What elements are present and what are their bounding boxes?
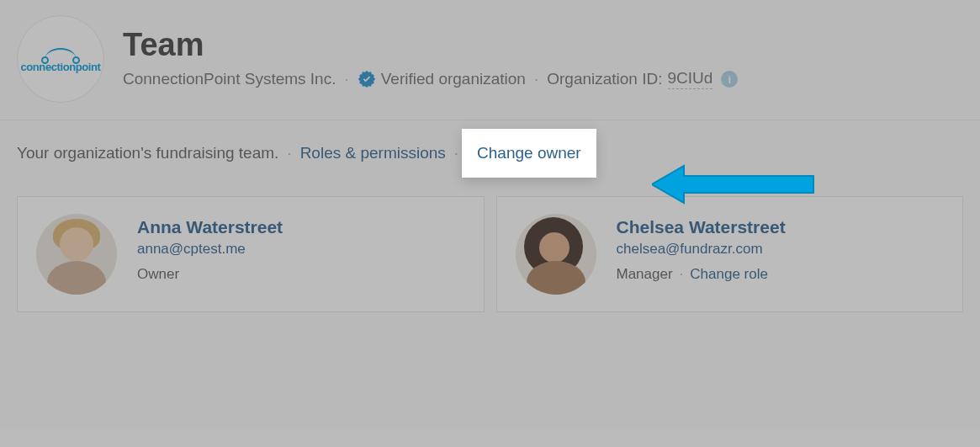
separator-dot: · — [283, 144, 294, 162]
page-header: connectionpoint Team ConnectionPoint Sys… — [0, 0, 980, 120]
member-card: Anna Waterstreet anna@cptest.me Owner — [17, 196, 485, 312]
separator-dot: · — [531, 70, 542, 88]
member-email-link[interactable]: chelsea@fundrazr.com — [617, 241, 786, 258]
member-role: Owner — [137, 266, 179, 283]
info-icon[interactable]: i — [721, 71, 738, 88]
header-subtitle: ConnectionPoint Systems Inc. · Verified … — [123, 69, 963, 89]
verified-label: Verified organization — [381, 70, 526, 88]
page-title: Team — [123, 29, 963, 61]
separator-dot: · — [451, 144, 462, 162]
avatar[interactable] — [36, 214, 117, 295]
verified-badge-icon — [358, 70, 376, 88]
change-role-link[interactable]: Change role — [690, 266, 768, 283]
change-owner-link[interactable]: Change owner — [477, 144, 581, 162]
separator-dot: · — [678, 266, 686, 283]
member-card: Chelsea Waterstreet chelsea@fundrazr.com… — [496, 196, 964, 312]
roles-permissions-link[interactable]: Roles & permissions — [300, 144, 446, 162]
org-name: ConnectionPoint Systems Inc. — [123, 70, 336, 88]
org-id-value[interactable]: 9CIUd — [668, 69, 713, 89]
org-id-label: Organization ID: — [547, 70, 662, 88]
separator-dot: · — [341, 70, 352, 88]
intro-text: Your organization's fundraising team. — [17, 144, 278, 162]
avatar[interactable] — [516, 214, 596, 295]
member-email-link[interactable]: anna@cptest.me — [137, 241, 283, 258]
intro-row: Your organization's fundraising team. · … — [17, 144, 963, 162]
team-members-grid: Anna Waterstreet anna@cptest.me Owner Ch… — [17, 196, 963, 312]
org-logo: connectionpoint — [17, 15, 104, 103]
member-name-link[interactable]: Anna Waterstreet — [137, 217, 283, 237]
member-name-link[interactable]: Chelsea Waterstreet — [617, 217, 786, 237]
member-role: Manager — [617, 266, 673, 283]
org-logo-text: connectionpoint — [20, 61, 100, 73]
